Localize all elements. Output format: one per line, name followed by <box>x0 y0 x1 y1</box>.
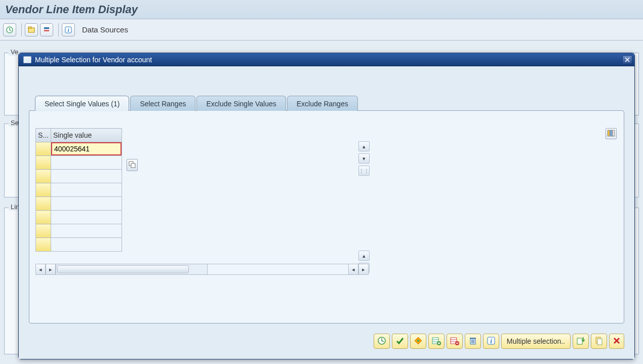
single-value-cell[interactable] <box>51 238 122 252</box>
svg-rect-3 <box>44 27 49 29</box>
select-option-cell[interactable] <box>36 224 51 238</box>
check-icon <box>395 336 405 347</box>
tab-exclude-ranges[interactable]: Exclude Ranges <box>287 96 358 111</box>
equals-lines-icon <box>43 26 51 34</box>
search-help-icon <box>129 161 136 170</box>
select-option-cell[interactable] <box>36 156 51 170</box>
triangle-up-outline-icon: ▴ <box>363 253 366 259</box>
col-header-select-option[interactable]: S... <box>36 129 51 142</box>
grid: S... Single value <box>35 128 122 252</box>
dialog-close-button[interactable] <box>622 55 632 64</box>
svg-rect-10 <box>610 130 612 136</box>
execute-button[interactable] <box>374 334 390 349</box>
scroll-up-button[interactable]: ▾ <box>358 153 370 164</box>
select-option-cell[interactable] <box>36 238 51 252</box>
triangle-left-icon: ◂ <box>352 266 355 273</box>
svg-rect-25 <box>470 338 476 339</box>
single-value-input[interactable] <box>51 142 122 155</box>
hscroll-right-fast[interactable]: ▸ <box>358 264 369 275</box>
select-option-cell[interactable] <box>36 211 51 224</box>
tab-label: Select Single Values (1) <box>45 100 119 108</box>
svg-rect-4 <box>44 30 49 31</box>
triangle-right-icon: ▸ <box>49 266 52 273</box>
table-row <box>36 142 122 156</box>
insert-row-button[interactable] <box>428 334 445 349</box>
multiple-selection-dialog: Multiple Selection for Vendor account Se… <box>18 53 635 359</box>
multiple-selection-button[interactable]: Multiple selection.. <box>501 334 571 349</box>
table-header-row: S... Single value <box>36 129 122 142</box>
single-value-cell[interactable] <box>51 197 122 211</box>
execute-button[interactable] <box>3 23 16 36</box>
page-title: Vendor Line Item Display <box>5 3 138 16</box>
delete-all-button[interactable] <box>465 334 481 349</box>
svg-text:i: i <box>490 337 492 345</box>
column-settings-icon <box>607 129 615 139</box>
cancel-button[interactable] <box>609 334 624 349</box>
scroll-drag-handle[interactable]: ⋮⋮ <box>358 166 370 176</box>
table-row <box>36 238 122 252</box>
import-arrow-icon <box>576 336 585 347</box>
triangle-left-icon: ◂ <box>39 266 42 273</box>
trash-icon <box>468 336 477 347</box>
svg-point-15 <box>417 340 419 342</box>
import-text-button[interactable] <box>573 334 589 349</box>
dialog-titlebar[interactable]: Multiple Selection for Vendor account <box>19 53 634 66</box>
window-icon <box>23 55 32 64</box>
info-button[interactable]: i <box>62 23 75 36</box>
single-value-cell[interactable] <box>51 170 122 183</box>
tab-pane: S... Single value <box>29 110 624 323</box>
select-option-cell[interactable] <box>36 183 51 197</box>
triangle-right-icon: ▸ <box>362 266 365 273</box>
table-row <box>36 183 122 197</box>
scroll-down-button[interactable]: ▴ <box>358 251 370 261</box>
get-variant-button[interactable] <box>25 23 38 36</box>
delete-row-button[interactable] <box>447 334 463 349</box>
options-diamond-icon <box>414 336 423 347</box>
tab-label: Select Ranges <box>140 100 186 108</box>
table-row <box>36 170 122 183</box>
single-value-cell[interactable] <box>51 183 122 197</box>
select-option-cell[interactable] <box>36 142 51 156</box>
single-value-cell[interactable] <box>51 211 122 224</box>
help-button[interactable]: i <box>483 334 499 349</box>
select-option-cell[interactable] <box>36 197 51 211</box>
cancel-x-icon <box>613 337 621 346</box>
single-value-cell[interactable] <box>51 224 122 238</box>
data-sources-label[interactable]: Data Sources <box>82 25 128 34</box>
scroll-top-button[interactable]: ▴ <box>358 141 370 151</box>
single-value-cell[interactable] <box>51 142 122 156</box>
chevron-up-icon: ▾ <box>363 155 366 162</box>
svg-rect-33 <box>597 339 602 345</box>
clipboard-button[interactable] <box>591 334 607 349</box>
multiple-selection-label: Multiple selection.. <box>507 337 565 345</box>
dynamic-selections-button[interactable] <box>40 23 53 36</box>
hscroll-left[interactable]: ▸ <box>46 264 56 275</box>
hscroll-track[interactable] <box>56 264 208 275</box>
table-row <box>36 211 122 224</box>
vertical-scroll-column: ▴ ▾ ⋮⋮ ▴ ▾ <box>358 141 370 273</box>
col-header-single-value[interactable]: Single value <box>51 129 122 142</box>
tabstrip: Select Single Values (1) Select Ranges E… <box>35 96 358 111</box>
hscroll-left-fast[interactable]: ◂ <box>35 264 46 275</box>
hscroll-right[interactable]: ◂ <box>348 264 358 275</box>
grip-icon: ⋮⋮ <box>359 168 369 174</box>
single-value-cell[interactable] <box>51 156 122 170</box>
table-row <box>36 156 122 170</box>
selection-options-button[interactable] <box>410 334 426 349</box>
clipboard-icon <box>594 336 604 347</box>
tab-label: Exclude Ranges <box>297 100 348 108</box>
check-button[interactable] <box>392 334 408 349</box>
search-help-button[interactable] <box>127 159 138 171</box>
triangle-up-solid-icon: ▴ <box>363 143 366 150</box>
tab-select-ranges[interactable]: Select Ranges <box>130 96 195 111</box>
svg-rect-9 <box>608 130 610 136</box>
tab-exclude-single-values[interactable]: Exclude Single Values <box>196 96 286 111</box>
select-option-cell[interactable] <box>36 170 51 183</box>
tab-select-single-values[interactable]: Select Single Values (1) <box>35 96 129 111</box>
table-minus-icon <box>450 336 459 347</box>
column-settings-button[interactable] <box>606 128 617 139</box>
close-icon <box>625 56 630 64</box>
svg-rect-2 <box>28 27 31 28</box>
hscroll-thumb[interactable] <box>57 265 189 273</box>
svg-rect-13 <box>131 164 135 168</box>
